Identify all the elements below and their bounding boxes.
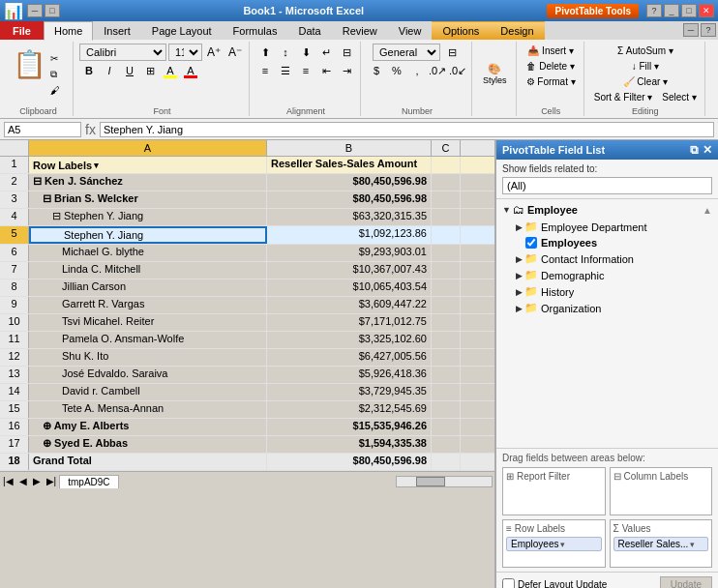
sum-btn[interactable]: Σ AutoSum ▾ [613, 44, 677, 58]
align-center-btn[interactable]: ☰ [276, 62, 295, 79]
field-item-demographic[interactable]: ▶ 📁 Demographic [496, 267, 718, 283]
field-item-employee[interactable]: ▼ 🗂 Employee ▲ [496, 201, 718, 219]
cell-b4[interactable]: $63,320,315.35 [267, 209, 432, 225]
field-item-contact[interactable]: ▶ 📁 Contact Information [496, 250, 718, 267]
employees-chip[interactable]: Employees ▾ [506, 537, 602, 551]
cell-b1[interactable]: Reseller Sales-Sales Amount [267, 157, 432, 173]
cell-b7[interactable]: $10,367,007.43 [267, 262, 432, 279]
align-right-btn[interactable]: ≡ [296, 62, 315, 79]
cell-a9[interactable]: Garrett R. Vargas [29, 297, 267, 313]
tab-review[interactable]: Review [332, 21, 388, 40]
currency-btn[interactable]: $ [367, 62, 386, 79]
horizontal-scrollbar[interactable] [396, 476, 493, 487]
cell-a18[interactable]: Grand Total [29, 454, 267, 470]
sort-filter-btn[interactable]: Sort & Filter ▾ [590, 90, 657, 104]
format-cells-btn[interactable]: ⚙ Format ▾ [523, 74, 580, 89]
tab-view[interactable]: View [388, 21, 433, 40]
employees-checkbox[interactable] [525, 237, 537, 249]
cell-a8[interactable]: Jillian Carson [29, 279, 267, 296]
clear-btn[interactable]: 🧹 Clear ▾ [619, 74, 672, 89]
tab-nav-first[interactable]: |◀ [0, 476, 16, 486]
col-header-a[interactable]: A [29, 140, 267, 156]
restore-btn[interactable]: □ [45, 4, 60, 17]
cell-b18[interactable]: $80,450,596.98 [267, 454, 432, 470]
minimize-btn2[interactable]: _ [664, 4, 679, 17]
cell-a14[interactable]: David r. Cambell [29, 384, 267, 400]
cell-a5[interactable]: Stephen Y. Jiang [29, 226, 267, 244]
row-num[interactable]: 6 [0, 245, 29, 261]
tab-nav-last[interactable]: ▶| [44, 476, 60, 486]
row-num[interactable]: 14 [0, 384, 29, 400]
bold-btn[interactable]: B [79, 62, 99, 79]
underline-btn[interactable]: U [120, 62, 139, 79]
tab-page-layout[interactable]: Page Layout [141, 21, 223, 40]
row-num[interactable]: 8 [0, 279, 29, 296]
font-size-select[interactable]: 11 [168, 44, 202, 61]
formula-input[interactable] [100, 122, 714, 137]
merge-btn[interactable]: ⊟ [337, 44, 356, 61]
pivot-area-column-labels[interactable]: ⊟ Column Labels [610, 467, 713, 515]
align-left-btn[interactable]: ≡ [255, 62, 275, 79]
pivot-area-values[interactable]: Σ Values Reseller Sales... ▾ [610, 519, 713, 568]
tab-nav-prev[interactable]: ◀ [16, 476, 30, 486]
increase-indent-btn[interactable]: ⇥ [337, 62, 356, 79]
align-middle-btn[interactable]: ↕ [276, 44, 295, 61]
pivot-area-report-filter[interactable]: ⊞ Report Filter [502, 467, 606, 515]
sheet-tab[interactable]: tmpAD9C [59, 475, 118, 488]
pivot-area-row-labels[interactable]: ≡ Row Labels Employees ▾ [502, 519, 606, 568]
name-box[interactable] [4, 122, 81, 137]
tab-data[interactable]: Data [287, 21, 331, 40]
tab-home[interactable]: Home [44, 21, 93, 41]
number-format-expand-btn[interactable]: ⊟ [442, 44, 462, 61]
align-top-btn[interactable]: ⬆ [255, 44, 275, 61]
number-format-select[interactable]: General [373, 44, 440, 61]
row-num[interactable]: 3 [0, 191, 29, 208]
update-button[interactable]: Update [660, 576, 712, 588]
find-select-btn[interactable]: Select ▾ [658, 90, 701, 104]
paste-btn[interactable]: 📋 ✂ ⧉ 🖌 [8, 48, 69, 101]
format-painter-btn[interactable]: 🖌 [46, 83, 64, 98]
cell-a15[interactable]: Tete A. Mensa-Annan [29, 401, 267, 418]
row-num[interactable]: 18 [0, 454, 29, 470]
row-num[interactable]: 7 [0, 262, 29, 279]
pivot-fields-dropdown[interactable]: (All) [502, 177, 712, 194]
cell-a17[interactable]: ⊕ Syed E. Abbas [29, 436, 267, 453]
italic-btn[interactable]: I [100, 62, 119, 79]
cell-b8[interactable]: $10,065,403.54 [267, 279, 432, 296]
ribbon-help-btn[interactable]: ? [701, 23, 716, 37]
decrease-font-btn[interactable]: A⁻ [225, 44, 245, 61]
h-scroll-thumb[interactable] [416, 477, 445, 486]
increase-decimal-btn[interactable]: .0↗ [428, 62, 447, 79]
expand-icon[interactable]: ▼ [502, 205, 511, 215]
fill-btn[interactable]: ↓ Fill ▾ [628, 59, 663, 74]
field-item-employee-dept[interactable]: ▶ 📁 Employee Department [496, 219, 718, 235]
expand-icon[interactable]: ▶ [516, 254, 523, 264]
cell-b11[interactable]: $3,325,102.60 [267, 332, 432, 348]
border-btn[interactable]: ⊞ [140, 62, 160, 79]
cell-b6[interactable]: $9,293,903.01 [267, 245, 432, 261]
styles-btn[interactable]: 🎨 Styles [478, 60, 512, 88]
tab-design[interactable]: Design [490, 21, 544, 40]
cut-btn[interactable]: ✂ [46, 51, 64, 66]
field-item-history[interactable]: ▶ 📁 History [496, 283, 718, 300]
cell-a3[interactable]: ⊟ Brian S. Welcker [29, 191, 267, 208]
fill-color-btn[interactable]: A [161, 62, 180, 79]
chip-dropdown-icon[interactable]: ▾ [560, 540, 565, 549]
comma-btn[interactable]: , [407, 62, 427, 79]
row-num[interactable]: 1 [0, 157, 29, 173]
reseller-sales-chip[interactable]: Reseller Sales... ▾ [613, 537, 709, 551]
cell-a4[interactable]: ⊟ Stephen Y. Jiang [29, 209, 267, 225]
expand-icon[interactable]: ▶ [516, 271, 523, 280]
cell-a2[interactable]: ⊟ Ken J. Sánchez [29, 174, 267, 191]
field-item-organization[interactable]: ▶ 📁 Organization [496, 300, 718, 316]
cell-b12[interactable]: $6,427,005.56 [267, 349, 432, 366]
minimize-btn[interactable]: ─ [27, 4, 43, 17]
copy-btn[interactable]: ⧉ [46, 67, 64, 82]
cell-b10[interactable]: $7,171,012.75 [267, 314, 432, 331]
cell-a6[interactable]: Michael G. blythe [29, 245, 267, 261]
cell-b9[interactable]: $3,609,447.22 [267, 297, 432, 313]
decrease-indent-btn[interactable]: ⇤ [316, 62, 336, 79]
pivot-copy-icon[interactable]: ⧉ [690, 143, 699, 157]
cell-b3[interactable]: $80,450,596.98 [267, 191, 432, 208]
cell-b13[interactable]: $5,926,418.36 [267, 367, 432, 383]
